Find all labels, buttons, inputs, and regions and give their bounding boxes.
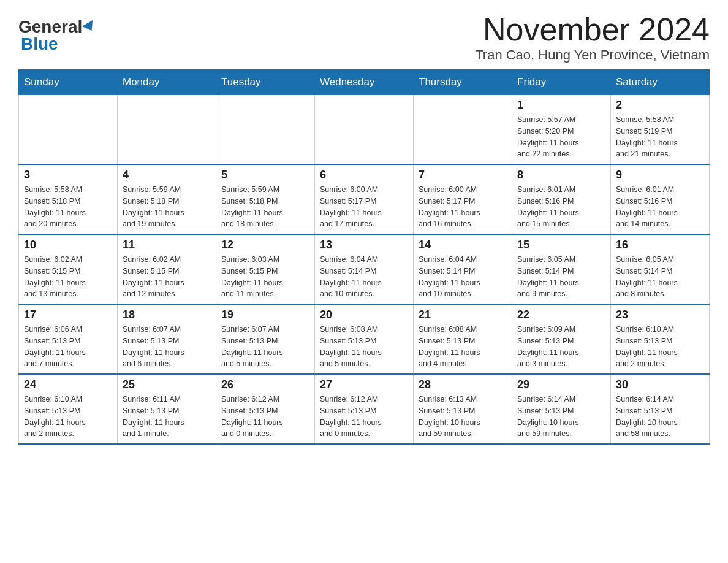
day-number: 28	[419, 378, 507, 391]
day-number: 10	[24, 239, 112, 251]
calendar-cell: 5Sunrise: 5:59 AMSunset: 5:18 PMDaylight…	[216, 164, 315, 234]
day-info: Sunrise: 6:14 AMSunset: 5:13 PMDaylight:…	[616, 394, 704, 440]
calendar-cell: 11Sunrise: 6:02 AMSunset: 5:15 PMDayligh…	[118, 234, 216, 304]
day-info: Sunrise: 5:57 AMSunset: 5:20 PMDaylight:…	[517, 114, 605, 160]
calendar-cell: 22Sunrise: 6:09 AMSunset: 5:13 PMDayligh…	[512, 304, 611, 374]
day-info: Sunrise: 6:01 AMSunset: 5:16 PMDaylight:…	[616, 184, 704, 230]
calendar-week-3: 10Sunrise: 6:02 AMSunset: 5:15 PMDayligh…	[19, 234, 710, 304]
day-number: 30	[616, 378, 704, 391]
day-number: 23	[616, 308, 704, 321]
day-info: Sunrise: 5:59 AMSunset: 5:18 PMDaylight:…	[221, 184, 309, 230]
logo-general-text: General	[18, 18, 82, 36]
calendar-cell: 26Sunrise: 6:12 AMSunset: 5:13 PMDayligh…	[216, 374, 315, 444]
day-info: Sunrise: 6:00 AMSunset: 5:17 PMDaylight:…	[320, 184, 408, 230]
day-info: Sunrise: 6:06 AMSunset: 5:13 PMDaylight:…	[24, 324, 112, 370]
calendar-header-monday: Monday	[118, 70, 216, 95]
calendar-cell	[19, 95, 118, 165]
day-info: Sunrise: 6:07 AMSunset: 5:13 PMDaylight:…	[221, 324, 309, 370]
day-info: Sunrise: 6:05 AMSunset: 5:14 PMDaylight:…	[517, 254, 605, 300]
day-number: 8	[517, 169, 605, 182]
calendar-cell: 18Sunrise: 6:07 AMSunset: 5:13 PMDayligh…	[118, 304, 216, 374]
day-info: Sunrise: 6:12 AMSunset: 5:13 PMDaylight:…	[320, 394, 408, 440]
calendar-cell: 21Sunrise: 6:08 AMSunset: 5:13 PMDayligh…	[414, 304, 512, 374]
calendar-header-wednesday: Wednesday	[315, 70, 414, 95]
day-info: Sunrise: 5:58 AMSunset: 5:19 PMDaylight:…	[616, 114, 704, 160]
day-info: Sunrise: 6:13 AMSunset: 5:13 PMDaylight:…	[419, 394, 507, 440]
calendar-week-4: 17Sunrise: 6:06 AMSunset: 5:13 PMDayligh…	[19, 304, 710, 374]
calendar-cell: 12Sunrise: 6:03 AMSunset: 5:15 PMDayligh…	[216, 234, 315, 304]
calendar-cell: 30Sunrise: 6:14 AMSunset: 5:13 PMDayligh…	[611, 374, 710, 444]
day-number: 13	[320, 239, 408, 251]
logo-blue-text: Blue	[21, 36, 58, 53]
day-number: 15	[517, 239, 605, 251]
day-number: 18	[123, 308, 211, 321]
day-number: 5	[221, 169, 309, 182]
day-number: 26	[221, 378, 309, 391]
day-info: Sunrise: 6:14 AMSunset: 5:13 PMDaylight:…	[517, 394, 605, 440]
calendar-cell: 1Sunrise: 5:57 AMSunset: 5:20 PMDaylight…	[512, 95, 611, 165]
day-number: 11	[123, 239, 211, 251]
day-info: Sunrise: 6:03 AMSunset: 5:15 PMDaylight:…	[221, 254, 309, 300]
calendar-cell	[118, 95, 216, 165]
calendar-cell: 4Sunrise: 5:59 AMSunset: 5:18 PMDaylight…	[118, 164, 216, 234]
calendar-cell	[216, 95, 315, 165]
day-number: 9	[616, 169, 704, 182]
calendar-header-thursday: Thursday	[414, 70, 512, 95]
day-number: 4	[123, 169, 211, 182]
day-info: Sunrise: 6:10 AMSunset: 5:13 PMDaylight:…	[24, 394, 112, 440]
day-number: 19	[221, 308, 309, 321]
calendar-cell: 24Sunrise: 6:10 AMSunset: 5:13 PMDayligh…	[19, 374, 118, 444]
day-number: 2	[616, 99, 704, 112]
day-info: Sunrise: 6:02 AMSunset: 5:15 PMDaylight:…	[123, 254, 211, 300]
calendar-cell	[414, 95, 512, 165]
title-area: November 2024 Tran Cao, Hung Yen Provinc…	[475, 12, 710, 63]
day-number: 12	[221, 239, 309, 251]
calendar-week-5: 24Sunrise: 6:10 AMSunset: 5:13 PMDayligh…	[19, 374, 710, 444]
day-number: 27	[320, 378, 408, 391]
calendar-cell: 16Sunrise: 6:05 AMSunset: 5:14 PMDayligh…	[611, 234, 710, 304]
day-info: Sunrise: 6:01 AMSunset: 5:16 PMDaylight:…	[517, 184, 605, 230]
calendar-header-row: SundayMondayTuesdayWednesdayThursdayFrid…	[19, 70, 710, 95]
logo: General Blue	[18, 18, 96, 53]
day-number: 22	[517, 308, 605, 321]
day-info: Sunrise: 6:12 AMSunset: 5:13 PMDaylight:…	[221, 394, 309, 440]
calendar-cell: 10Sunrise: 6:02 AMSunset: 5:15 PMDayligh…	[19, 234, 118, 304]
day-number: 6	[320, 169, 408, 182]
calendar-cell: 15Sunrise: 6:05 AMSunset: 5:14 PMDayligh…	[512, 234, 611, 304]
calendar-cell: 17Sunrise: 6:06 AMSunset: 5:13 PMDayligh…	[19, 304, 118, 374]
calendar-table: SundayMondayTuesdayWednesdayThursdayFrid…	[18, 69, 710, 445]
calendar-cell: 27Sunrise: 6:12 AMSunset: 5:13 PMDayligh…	[315, 374, 414, 444]
calendar-cell: 14Sunrise: 6:04 AMSunset: 5:14 PMDayligh…	[414, 234, 512, 304]
calendar-cell: 25Sunrise: 6:11 AMSunset: 5:13 PMDayligh…	[118, 374, 216, 444]
day-info: Sunrise: 6:08 AMSunset: 5:13 PMDaylight:…	[320, 324, 408, 370]
calendar-cell: 19Sunrise: 6:07 AMSunset: 5:13 PMDayligh…	[216, 304, 315, 374]
calendar-cell: 2Sunrise: 5:58 AMSunset: 5:19 PMDaylight…	[611, 95, 710, 165]
calendar-cell: 13Sunrise: 6:04 AMSunset: 5:14 PMDayligh…	[315, 234, 414, 304]
day-info: Sunrise: 6:02 AMSunset: 5:15 PMDaylight:…	[24, 254, 112, 300]
day-number: 16	[616, 239, 704, 251]
calendar-cell: 20Sunrise: 6:08 AMSunset: 5:13 PMDayligh…	[315, 304, 414, 374]
logo-triangle-icon	[82, 20, 97, 34]
page-subtitle: Tran Cao, Hung Yen Province, Vietnam	[475, 47, 710, 63]
day-info: Sunrise: 6:08 AMSunset: 5:13 PMDaylight:…	[419, 324, 507, 370]
day-info: Sunrise: 6:04 AMSunset: 5:14 PMDaylight:…	[320, 254, 408, 300]
day-info: Sunrise: 6:00 AMSunset: 5:17 PMDaylight:…	[419, 184, 507, 230]
day-number: 25	[123, 378, 211, 391]
day-number: 21	[419, 308, 507, 321]
calendar-cell: 8Sunrise: 6:01 AMSunset: 5:16 PMDaylight…	[512, 164, 611, 234]
day-info: Sunrise: 6:04 AMSunset: 5:14 PMDaylight:…	[419, 254, 507, 300]
calendar-week-2: 3Sunrise: 5:58 AMSunset: 5:18 PMDaylight…	[19, 164, 710, 234]
calendar-cell	[315, 95, 414, 165]
calendar-week-1: 1Sunrise: 5:57 AMSunset: 5:20 PMDaylight…	[19, 95, 710, 165]
calendar-cell: 3Sunrise: 5:58 AMSunset: 5:18 PMDaylight…	[19, 164, 118, 234]
calendar-header-friday: Friday	[512, 70, 611, 95]
day-info: Sunrise: 5:59 AMSunset: 5:18 PMDaylight:…	[123, 184, 211, 230]
calendar-header-sunday: Sunday	[19, 70, 118, 95]
calendar-cell: 28Sunrise: 6:13 AMSunset: 5:13 PMDayligh…	[414, 374, 512, 444]
calendar-header-saturday: Saturday	[611, 70, 710, 95]
page-title: November 2024	[475, 12, 710, 47]
page-header: General Blue November 2024 Tran Cao, Hun…	[18, 12, 710, 63]
day-info: Sunrise: 6:05 AMSunset: 5:14 PMDaylight:…	[616, 254, 704, 300]
day-number: 7	[419, 169, 507, 182]
calendar-cell: 23Sunrise: 6:10 AMSunset: 5:13 PMDayligh…	[611, 304, 710, 374]
